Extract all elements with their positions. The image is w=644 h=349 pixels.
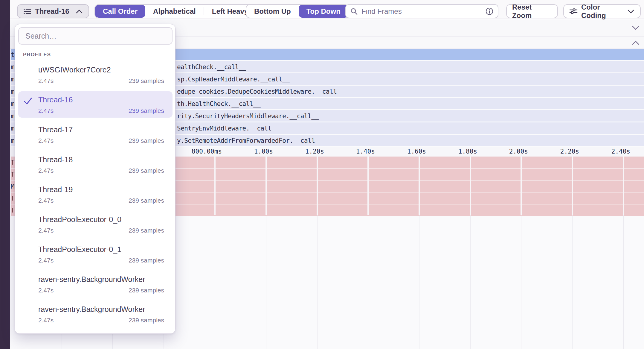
flame-frame-edge-text: M [11, 183, 15, 190]
flame-frame-label: th.HealthCheck.__call__ [177, 100, 260, 107]
left-rail [0, 0, 10, 349]
profile-item-meta: 2.47s239 samples [38, 227, 164, 234]
flame-frame-label: edupe_cookies.DedupeCookiesMiddleware.__… [177, 88, 344, 95]
gridline [521, 157, 522, 215]
gridline [470, 157, 471, 215]
profile-item-samples: 239 samples [129, 286, 164, 294]
profile-item-samples: 239 samples [129, 107, 164, 115]
flame-frame-edge-text: m [11, 100, 15, 107]
tab-bottom-up[interactable]: Bottom Up [246, 5, 299, 18]
profile-item-name: raven-sentry.BackgroundWorker [38, 275, 164, 284]
flame-frame-edge-text: T [11, 171, 15, 178]
profile-item-duration: 2.47s [38, 316, 54, 324]
gridline [572, 157, 573, 215]
profile-item-samples: 239 samples [129, 316, 164, 324]
color-coding-button[interactable]: Color Coding [563, 4, 641, 18]
gridline [317, 215, 318, 349]
gridline [623, 215, 624, 349]
reset-zoom-button[interactable]: Reset Zoom [506, 4, 558, 18]
search-icon [350, 7, 358, 15]
profile-item-samples: 239 samples [129, 227, 164, 234]
flame-frame-label: ealthCheck.__call__ [177, 63, 246, 71]
profile-item-duration: 2.47s [38, 197, 54, 204]
flame-frame-edge-text: t [11, 51, 15, 58]
profiler-flamegraph-view: t mealthCheck.__call__msp.CspHeaderMiddl… [0, 0, 644, 349]
check-icon [24, 97, 33, 105]
profiles-section-label: PROFILES [23, 52, 51, 58]
profile-item-meta: 2.47s239 samples [38, 286, 164, 294]
dropdown-search-box [18, 27, 173, 45]
gridline [317, 157, 318, 215]
gridline [521, 215, 521, 349]
profile-item-duration: 2.47s [38, 227, 54, 234]
direction-segmented-control: Bottom Up Top Down [246, 4, 349, 18]
chevron-down-icon [627, 9, 635, 14]
color-coding-label: Color Coding [581, 3, 623, 20]
profile-item[interactable]: raven-sentry.BackgroundWorker2.47s239 sa… [18, 271, 173, 297]
axis-tick-label: 1.20s [276, 148, 324, 155]
axis-tick-label: 2.20s [531, 148, 579, 155]
axis-tick-label: 800.00ms [174, 148, 222, 155]
flame-frame-label: sp.CspHeaderMiddleware.__call__ [177, 76, 289, 83]
axis-tick-label: 1.00s [225, 148, 273, 155]
profile-item-name: Thread-18 [38, 155, 164, 164]
profile-item-meta: 2.47s239 samples [38, 167, 164, 174]
profile-item[interactable]: ThreadPoolExecutor-0_12.47s239 samples [18, 241, 173, 267]
dropdown-search-input[interactable] [25, 31, 166, 41]
profile-item-duration: 2.47s [38, 137, 54, 145]
profile-item-meta: 2.47s239 samples [38, 257, 164, 264]
profile-item[interactable]: Thread-172.47s239 samples [18, 121, 173, 148]
gridline [214, 157, 216, 215]
flame-frame-edge-text: T [11, 207, 15, 214]
profile-item-name: ThreadPoolExecutor-0_0 [38, 215, 164, 224]
thread-list-icon [23, 7, 31, 16]
tab-top-down[interactable]: Top Down [299, 5, 348, 18]
profile-item[interactable]: Thread-192.47s239 samples [18, 181, 173, 207]
thread-selector-label: Thread-16 [35, 7, 69, 16]
profile-item-duration: 2.47s [38, 107, 54, 115]
flame-frame-edge-text: T [11, 159, 15, 166]
profile-item-samples: 239 samples [129, 167, 164, 174]
chevron-down-icon[interactable] [631, 25, 640, 31]
profile-item[interactable]: uWSGIWorker7Core22.47s239 samples [18, 61, 173, 88]
profile-item-name: uWSGIWorker7Core2 [38, 65, 164, 74]
gridline [367, 157, 369, 215]
flame-frame-label: y.SetRemoteAddrFromForwardedFor.__call__ [177, 137, 322, 144]
flame-frame-label: SentryEnvMiddleware.__call__ [177, 125, 279, 132]
info-icon[interactable] [485, 7, 494, 16]
profile-item[interactable]: Thread-182.47s239 samples [18, 151, 173, 177]
tab-call-order[interactable]: Call Order [95, 5, 145, 18]
find-frames-input[interactable] [361, 7, 482, 16]
gridline [265, 157, 267, 215]
profile-item-samples: 239 samples [129, 257, 164, 264]
profile-item-name: raven-sentry.BackgroundWorker [38, 305, 164, 314]
find-frames-search [345, 4, 498, 18]
flame-frame-edge-text: m [11, 137, 15, 144]
profile-item-meta: 2.47s239 samples [38, 137, 164, 145]
profile-item-duration: 2.47s [38, 77, 54, 85]
profiles-list: uWSGIWorker7Core22.47s239 samplesThread-… [18, 61, 173, 331]
flame-frame-edge-text: m [11, 63, 15, 71]
tab-alphabetical[interactable]: Alphabetical [145, 5, 204, 18]
profile-item-duration: 2.47s [38, 286, 54, 294]
profile-item-name: ThreadPoolExecutor-0_1 [38, 245, 164, 254]
profile-item-duration: 2.47s [38, 167, 54, 174]
gridline [215, 215, 215, 349]
gridline [419, 157, 420, 215]
axis-tick-label: 2.00s [480, 148, 528, 155]
profile-item[interactable]: raven-sentry.BackgroundWorker2.47s239 sa… [18, 301, 173, 327]
axis-tick-label: 2.40s [582, 148, 630, 155]
profile-item[interactable]: ThreadPoolExecutor-0_02.47s239 samples [18, 211, 173, 237]
profile-item-meta: 2.47s239 samples [38, 197, 164, 204]
gridline [368, 215, 368, 349]
gridline [266, 215, 266, 349]
profile-item-meta: 2.47s239 samples [38, 316, 164, 324]
flame-frame-edge-text: m [11, 113, 15, 120]
gridline [572, 215, 573, 349]
flame-frame-label: rity.SecurityHeadersMiddleware.__call__ [177, 113, 319, 120]
flame-frame-edge-text: T [11, 195, 15, 202]
gridline [470, 215, 471, 349]
profile-item[interactable]: Thread-162.47s239 samples [18, 91, 173, 118]
chevron-up-icon[interactable] [631, 40, 640, 45]
thread-selector-button[interactable]: Thread-16 [17, 4, 89, 18]
